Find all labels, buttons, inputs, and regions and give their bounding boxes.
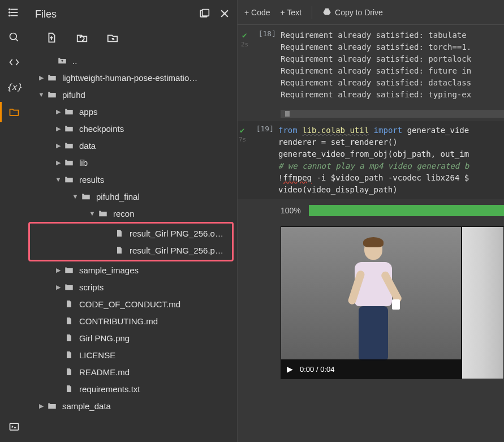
check-icon: ✔: [242, 31, 247, 40]
folder-icon: [63, 157, 75, 168]
file-icon: [63, 383, 75, 394]
file-icon: [114, 244, 125, 256]
upload-icon[interactable]: [45, 32, 58, 44]
tree-item-folder[interactable]: ▼ recon: [28, 205, 237, 222]
files-panel: Files .. ▶: [28, 0, 238, 442]
code-editor[interactable]: from lib.colab_util import generate_vide…: [278, 125, 504, 196]
refresh-icon[interactable]: [76, 32, 88, 44]
tree-item-folder[interactable]: ▶ sample_data: [28, 397, 237, 414]
chevron-right-icon[interactable]: ▶: [53, 142, 63, 149]
tree-item-folder[interactable]: ▼ results: [28, 171, 237, 188]
tree-item-folder[interactable]: ▶ sample_images: [28, 261, 237, 278]
folder-icon: [63, 281, 75, 293]
chevron-right-icon[interactable]: ▶: [36, 74, 46, 81]
tree-item-folder[interactable]: ▶ scripts: [28, 278, 237, 295]
tree-item-folder[interactable]: ▶ data: [28, 137, 237, 154]
video-player[interactable]: ▶ 0:00 / 0:04: [281, 226, 462, 379]
tree-item-folder[interactable]: ▼ pifuhd: [28, 86, 237, 103]
tree-item-file[interactable]: CODE_OF_CONDUCT.md: [28, 295, 237, 312]
divider: [312, 6, 312, 19]
files-header: Files: [28, 0, 237, 28]
svg-marker-15: [323, 8, 330, 15]
add-code-button[interactable]: + Code: [244, 8, 270, 17]
new-window-icon[interactable]: [199, 8, 210, 21]
file-icon: [63, 315, 75, 327]
terminal-icon[interactable]: [7, 420, 21, 434]
tree-item-file[interactable]: LICENSE: [28, 346, 237, 363]
video-frame: [281, 227, 461, 379]
cell-prompt: [18]: [259, 29, 276, 38]
file-icon: [114, 228, 125, 239]
chevron-right-icon[interactable]: ▶: [53, 267, 63, 274]
file-icon: [63, 366, 75, 377]
output-video-row: ▶ 0:00 / 0:04: [281, 226, 504, 385]
tree-item-folder[interactable]: ▶ apps: [28, 103, 237, 120]
tree-item-file[interactable]: result_Girl PNG_256.p…: [30, 242, 232, 259]
progress-label: 100%: [281, 206, 301, 215]
play-icon[interactable]: ▶: [287, 364, 293, 374]
tree-item-file[interactable]: Girl PNG.png: [28, 329, 237, 346]
cell-output: Requirement already satisfied: tabulate …: [281, 29, 504, 101]
notebook-toolbar: + Code + Text Copy to Drive: [238, 0, 504, 25]
highlighted-results: result_Girl PNG_256.o… result_Girl PNG_2…: [28, 222, 234, 261]
tree-item-folder[interactable]: ▶ lightweight-human-pose-estimatio…: [28, 69, 237, 86]
search-icon[interactable]: [7, 31, 21, 44]
chevron-right-icon[interactable]: ▶: [36, 402, 46, 410]
code-cell-19[interactable]: ✔ 7s [19] from lib.colab_util import gen…: [238, 121, 504, 199]
chevron-right-icon[interactable]: ▶: [53, 284, 63, 291]
folder-icon: [80, 191, 92, 202]
folder-icon: [63, 264, 75, 276]
tree-item-folder[interactable]: ▶ lib: [28, 154, 237, 171]
file-icon: [63, 298, 75, 310]
exec-time: 7s: [239, 136, 246, 143]
svg-rect-8: [10, 423, 19, 430]
horizontal-scrollbar[interactable]: [281, 110, 504, 118]
code-snippets-icon[interactable]: [7, 55, 21, 69]
tree-item-up[interactable]: ..: [28, 52, 237, 69]
folder-icon: [46, 89, 58, 100]
chevron-right-icon[interactable]: ▶: [53, 108, 63, 115]
chevron-down-icon[interactable]: ▼: [53, 176, 63, 183]
variables-icon[interactable]: {x}: [7, 80, 21, 94]
close-icon[interactable]: [219, 8, 230, 21]
svg-point-3: [9, 9, 10, 10]
svg-marker-14: [111, 38, 115, 40]
files-icon[interactable]: [7, 105, 21, 119]
chevron-down-icon[interactable]: ▼: [70, 193, 80, 200]
chevron-right-icon[interactable]: ▶: [53, 125, 63, 132]
svg-line-7: [16, 39, 18, 41]
copy-to-drive-button[interactable]: Copy to Drive: [322, 7, 383, 18]
chevron-right-icon[interactable]: ▶: [53, 159, 63, 166]
folder-icon: [63, 140, 75, 151]
chevron-down-icon[interactable]: ▼: [36, 91, 46, 98]
mount-drive-icon[interactable]: [106, 32, 119, 44]
check-icon: ✔: [240, 126, 244, 135]
file-icon: [63, 332, 75, 344]
svg-rect-11: [203, 9, 209, 16]
left-rail: {x}: [0, 0, 28, 442]
toc-icon[interactable]: [7, 6, 21, 19]
cell-prompt: [19]: [256, 125, 274, 133]
chevron-down-icon[interactable]: ▼: [87, 210, 97, 217]
tree-item-file[interactable]: CONTRIBUTING.md: [28, 312, 237, 329]
tree-item-file[interactable]: README.md: [28, 363, 237, 380]
tree-item-folder[interactable]: ▼ pifuhd_final: [28, 188, 237, 205]
folder-up-icon: [57, 55, 68, 66]
exec-time: 2s: [241, 41, 248, 48]
progress-bar: [309, 205, 504, 216]
tree-item-file[interactable]: requirements.txt: [28, 380, 237, 397]
video-time: 0:00 / 0:04: [300, 365, 334, 374]
code-cell-18[interactable]: ✔ 2s [18] Requirement already satisfied:…: [238, 25, 504, 105]
video-controls[interactable]: ▶ 0:00 / 0:04: [281, 359, 461, 379]
folder-icon: [97, 208, 109, 219]
folder-icon: [46, 72, 58, 83]
files-title: Files: [35, 8, 199, 20]
tree-item-folder[interactable]: ▶ checkpoints: [28, 120, 237, 137]
folder-icon: [63, 123, 75, 134]
progress-row: 100%: [281, 205, 504, 216]
add-text-button[interactable]: + Text: [281, 8, 302, 17]
folder-icon: [63, 106, 75, 117]
tree-item-file[interactable]: result_Girl PNG_256.o…: [30, 225, 232, 242]
folder-icon: [46, 400, 58, 411]
svg-point-5: [9, 15, 10, 16]
